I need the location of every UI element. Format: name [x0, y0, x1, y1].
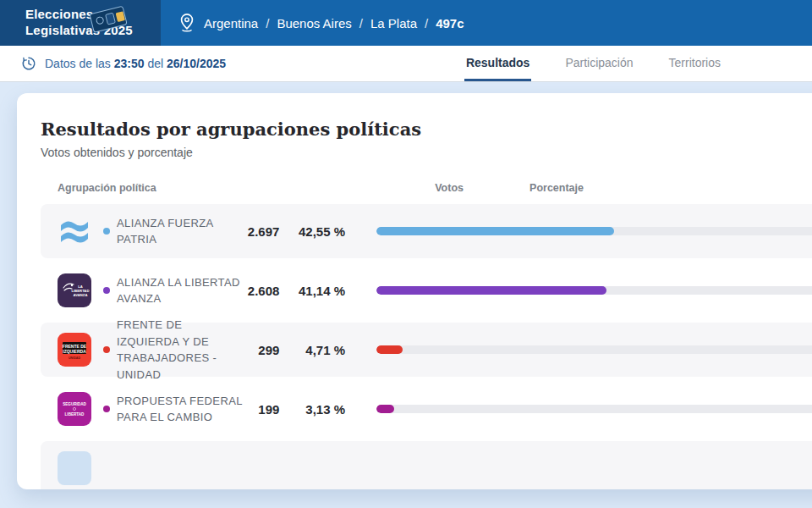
percent-bar-fill [376, 345, 403, 354]
breadcrumb-separator: / [266, 16, 269, 30]
status-tabs-bar: Datos de las 23:50 del 26/10/2025 Result… [0, 46, 812, 82]
top-header: Elecciones Legislativas 2025 Argentina /… [0, 0, 812, 46]
svg-text:LIBERTAD: LIBERTAD [65, 412, 85, 417]
party-percent: 3,13 % [279, 402, 345, 417]
tab-participacion[interactable]: Participación [563, 46, 634, 81]
party-color-dot [103, 228, 110, 235]
party-votes: 2.697 [247, 224, 279, 239]
column-header-votes: Votos [404, 182, 464, 194]
breadcrumb-item-section[interactable]: 497c [436, 16, 464, 30]
location-pin-icon [178, 12, 196, 34]
party-percent: 4,71 % [279, 343, 345, 357]
party-name: ALIANZA LA LIBERTAD AVANZA [117, 274, 247, 307]
percent-bar-track [376, 286, 812, 295]
party-percent: 41,14 % [279, 284, 345, 298]
breadcrumb-item-province[interactable]: Buenos Aires [277, 16, 351, 30]
breadcrumb-item-country[interactable]: Argentina [204, 16, 258, 30]
breadcrumb-separator: / [425, 16, 428, 30]
table-row: LA LIBERTAD AVANZA ALIANZA LA LIBERTAD A… [41, 263, 812, 318]
party-votes: 299 [247, 343, 279, 357]
card-title: Resultados por agrupaciones políticas [41, 119, 812, 140]
party-color-dot [103, 346, 110, 353]
party-logo-la-libertad-avanza: LA LIBERTAD AVANZA [58, 273, 91, 307]
tab-territorios[interactable]: Territorios [667, 46, 722, 81]
percent-bar-track [376, 227, 812, 235]
svg-text:UNIDAD: UNIDAD [69, 356, 80, 360]
table-row-partial [41, 441, 812, 489]
party-percent: 42,55 % [279, 224, 345, 239]
tab-resultados[interactable]: Resultados [464, 46, 531, 81]
table-row: SEGURIDAD LIBERTAD PROPUESTA FEDERAL PAR… [41, 382, 812, 436]
svg-text:IZQUIERDA: IZQUIERDA [63, 349, 86, 354]
breadcrumb-item-city[interactable]: La Plata [370, 16, 417, 30]
party-votes: 199 [247, 402, 279, 417]
timestamp-text: Datos de las 23:50 del 26/10/2025 [45, 57, 226, 70]
results-card: Resultados por agrupaciones políticas Vo… [17, 93, 812, 489]
results-table: ALIANZA FUERZA PATRIA 2.697 42,55 % LA L… [41, 204, 812, 489]
clock-icon [21, 56, 36, 71]
party-color-dot [103, 406, 110, 412]
party-logo-frente-de-izquierda: FRENTE DE IZQUIERDA UNIDAD [58, 333, 91, 367]
card-subtitle: Votos obtenidos y porcentaje [41, 146, 812, 159]
ballot-illustration-icon [86, 4, 135, 33]
table-header: Agrupación política Votos Porcentaje [41, 182, 812, 194]
party-votes: 2.608 [247, 284, 279, 298]
party-color-dot [103, 287, 110, 294]
svg-text:AVANZA: AVANZA [74, 293, 88, 297]
app-logo: Elecciones Legislativas 2025 [0, 0, 161, 46]
percent-bar-track [376, 345, 812, 354]
percent-bar-fill [376, 405, 394, 413]
party-name: FRENTE DE IZQUIERDA Y DE TRABAJADORES - … [117, 317, 247, 383]
breadcrumb-separator: / [359, 16, 363, 30]
view-tabs: Resultados Participación Territorios [464, 46, 722, 81]
party-logo-fuerza-patria [58, 214, 91, 248]
column-header-party: Agrupación política [41, 182, 404, 194]
breadcrumb: Argentina / Buenos Aires / La Plata / 49… [178, 0, 464, 46]
party-name: PROPUESTA FEDERAL PARA EL CAMBIO [117, 393, 247, 426]
svg-text:SEGURIDAD: SEGURIDAD [63, 402, 86, 406]
party-logo-propuesta-federal: SEGURIDAD LIBERTAD [58, 392, 91, 426]
percent-bar-fill [376, 227, 614, 235]
column-header-percent: Porcentaje [464, 182, 584, 194]
table-row: ALIANZA FUERZA PATRIA 2.697 42,55 % [41, 204, 812, 258]
percent-bar-track [376, 405, 812, 413]
party-logo-partial [58, 451, 91, 485]
party-name: ALIANZA FUERZA PATRIA [117, 215, 247, 248]
data-timestamp: Datos de las 23:50 del 26/10/2025 [21, 46, 226, 81]
table-row: FRENTE DE IZQUIERDA UNIDAD FRENTE DE IZQ… [41, 323, 812, 377]
percent-bar-fill [376, 286, 606, 295]
